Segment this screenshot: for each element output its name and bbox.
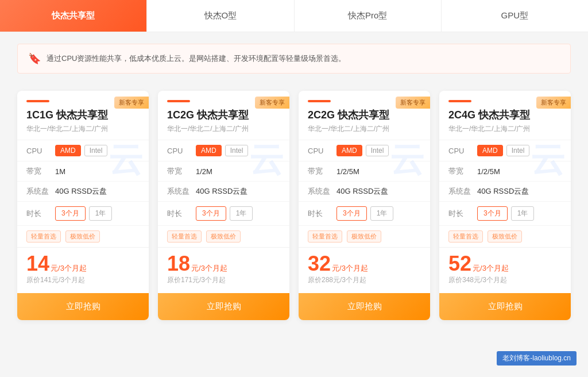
cpu-btn-amd[interactable]: AMD (477, 145, 503, 156)
cpu-btn-intel[interactable]: Intel (366, 145, 389, 156)
cpu-section: CPUAMDIntel (299, 140, 430, 161)
buy-button-2[interactable]: 立即抢购 (299, 293, 430, 320)
card-tags: 轻量首选极致低价 (439, 225, 571, 247)
cpu-btn-intel[interactable]: Intel (84, 145, 108, 156)
tag: 轻量首选 (26, 230, 61, 243)
tag: 极致低价 (488, 230, 522, 243)
card-badge: 新客专享 (396, 97, 430, 109)
bandwidth-value: 1/2/5M (336, 167, 359, 176)
tag: 极致低价 (347, 230, 381, 243)
bandwidth-section: 带宽1M (17, 161, 149, 181)
cpu-btn-amd[interactable]: AMD (336, 145, 362, 156)
cpu-btn-amd[interactable]: AMD (55, 145, 81, 156)
bandwidth-label: 带宽 (167, 166, 190, 176)
card-price: 32元/3个月起原价288元/3个月起 (299, 247, 430, 288)
price-original: 原价288元/3个月起 (308, 275, 421, 285)
duration-section: 时长3个月1年 (17, 201, 149, 225)
card-badge: 新客专享 (114, 97, 149, 109)
duration-btn-0[interactable]: 3个月 (55, 206, 86, 221)
buy-button-1[interactable]: 立即抢购 (158, 293, 289, 320)
card-subtitle: 华北一/华北二/上海二/广州 (299, 124, 430, 140)
duration-btn-0[interactable]: 3个月 (196, 206, 226, 221)
card-subtitle: 华北一/华北二/上海二/广州 (17, 124, 149, 140)
bandwidth-section: 带宽1/2/5M (299, 161, 430, 181)
card-subtitle: 华北一/华北二/上海二/广州 (439, 124, 571, 140)
buy-button-0[interactable]: 立即抢购 (17, 293, 149, 320)
card-price: 14元/3个月起原价141元/3个月起 (17, 247, 149, 288)
info-icon: 🔖 (28, 52, 41, 65)
duration-options: 3个月1年 (477, 206, 534, 221)
duration-label: 时长 (448, 209, 471, 219)
cpu-options: AMDIntel (477, 145, 529, 156)
duration-section: 时长3个月1年 (158, 201, 289, 225)
duration-btn-1[interactable]: 1年 (511, 206, 535, 221)
cpu-section: CPUAMDIntel (439, 140, 571, 161)
price-main: 32元/3个月起 (308, 253, 421, 274)
price-unit: 元/3个月起 (473, 263, 509, 274)
product-card-2: 新客专享2C2G 快杰共享型华北一/华北二/上海二/广州云CPUAMDIntel… (299, 91, 430, 320)
bandwidth-label: 带宽 (448, 166, 471, 176)
price-original: 原价171元/3个月起 (167, 275, 280, 285)
duration-btn-0[interactable]: 3个月 (477, 206, 508, 221)
cpu-label: CPU (448, 147, 471, 155)
disk-label: 系统盘 (26, 186, 49, 197)
product-card-1: 新客专享1C2G 快杰共享型华北一/华北二/上海二/广州云CPUAMDIntel… (158, 91, 289, 320)
duration-label: 时长 (167, 209, 190, 219)
tab-item-shared[interactable]: 快杰共享型 (0, 0, 147, 32)
cpu-btn-amd[interactable]: AMD (196, 145, 222, 156)
price-number: 14 (26, 253, 49, 274)
duration-btn-1[interactable]: 1年 (230, 206, 253, 221)
tag: 极致低价 (206, 230, 241, 243)
duration-options: 3个月1年 (55, 206, 112, 221)
bandwidth-label: 带宽 (308, 166, 331, 176)
bandwidth-value: 1/2/5M (477, 167, 500, 176)
card-tags: 轻量首选极致低价 (158, 225, 289, 247)
card-price: 52元/3个月起原价348元/3个月起 (439, 247, 571, 288)
price-main: 52元/3个月起 (448, 253, 562, 274)
cpu-options: AMDIntel (336, 145, 389, 156)
duration-btn-1[interactable]: 1年 (370, 206, 394, 221)
info-text: 通过CPU资源性能共享，低成本优质上云。是网站搭建、开发环境配置等轻量级场景首选… (47, 53, 346, 64)
duration-btn-0[interactable]: 3个月 (336, 206, 367, 221)
disk-value: 40G RSSD云盘 (196, 186, 247, 197)
cpu-options: AMDIntel (196, 145, 248, 156)
price-unit: 元/3个月起 (191, 263, 227, 274)
disk-value: 40G RSSD云盘 (477, 186, 529, 197)
duration-options: 3个月1年 (196, 206, 253, 221)
disk-section: 系统盘40G RSSD云盘 (299, 181, 430, 201)
card-tags: 轻量首选极致低价 (17, 225, 149, 247)
disk-value: 40G RSSD云盘 (336, 186, 388, 197)
disk-label: 系统盘 (167, 186, 190, 197)
disk-section: 系统盘40G RSSD云盘 (17, 181, 149, 201)
price-number: 18 (167, 253, 190, 274)
buy-button-3[interactable]: 立即抢购 (439, 293, 571, 320)
card-tags: 轻量首选极致低价 (299, 225, 430, 247)
cpu-section: CPUAMDIntel (17, 140, 149, 161)
tab-item-pro[interactable]: 快杰Pro型 (295, 0, 442, 32)
duration-label: 时长 (26, 209, 49, 219)
tab-item-o[interactable]: 快杰O型 (147, 0, 294, 32)
info-bar: 🔖 通过CPU资源性能共享，低成本优质上云。是网站搭建、开发环境配置等轻量级场景… (17, 44, 571, 74)
bandwidth-value: 1/2M (196, 167, 212, 176)
disk-value: 40G RSSD云盘 (55, 186, 107, 197)
duration-section: 时长3个月1年 (439, 201, 571, 225)
price-main: 14元/3个月起 (26, 253, 140, 274)
price-unit: 元/3个月起 (51, 263, 87, 274)
tag: 轻量首选 (448, 230, 483, 243)
tag: 极致低价 (65, 230, 100, 243)
cpu-btn-intel[interactable]: Intel (225, 145, 249, 156)
cpu-label: CPU (167, 147, 190, 155)
duration-options: 3个月1年 (336, 206, 393, 221)
cpu-label: CPU (26, 147, 49, 155)
price-main: 18元/3个月起 (167, 253, 280, 274)
bandwidth-label: 带宽 (26, 166, 49, 176)
bandwidth-section: 带宽1/2/5M (439, 161, 571, 181)
cpu-label: CPU (308, 147, 331, 155)
tab-item-gpu[interactable]: GPU型 (442, 0, 588, 32)
cpu-btn-intel[interactable]: Intel (506, 145, 530, 156)
tag: 轻量首选 (308, 230, 342, 243)
bandwidth-value: 1M (55, 167, 65, 176)
cpu-section: CPUAMDIntel (158, 140, 289, 161)
duration-btn-1[interactable]: 1年 (89, 206, 113, 221)
price-original: 原价348元/3个月起 (448, 275, 562, 285)
